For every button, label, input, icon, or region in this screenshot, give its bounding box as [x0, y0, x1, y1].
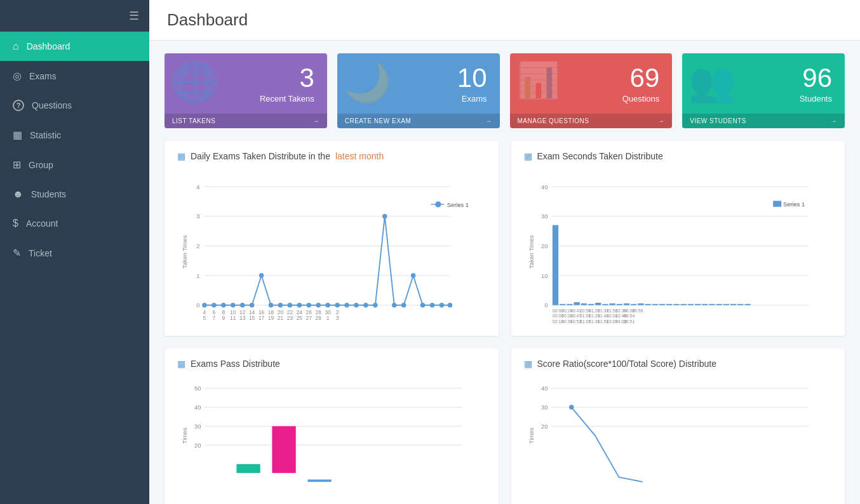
svg-text:30: 30 [194, 423, 201, 430]
svg-text:9: 9 [222, 315, 225, 321]
svg-rect-140 [773, 201, 781, 206]
card-footer-students[interactable]: VIEW STUDENTS → [682, 114, 845, 128]
svg-point-20 [288, 303, 292, 307]
chart-daily-exams: ▦ Daily Exams Taken Distribute in the la… [165, 141, 499, 336]
svg-text:19: 19 [268, 315, 274, 321]
sidebar-header: ☰ [0, 0, 149, 32]
arrow-right-icon: → [658, 117, 665, 124]
svg-text:15: 15 [249, 315, 255, 321]
chart1-container: Taken Times 4 3 2 1 0 [177, 169, 486, 326]
svg-text:7: 7 [213, 315, 216, 321]
ticket-icon: ✎ [13, 247, 21, 259]
card-students[interactable]: 👥 96 Students VIEW STUDENTS → [682, 53, 845, 128]
card-takens[interactable]: 🌐 3 Recent Takens LIST TAKENS → [165, 53, 327, 128]
svg-text:11: 11 [230, 315, 236, 321]
svg-rect-90 [602, 304, 608, 305]
svg-text:1: 1 [326, 315, 330, 321]
svg-point-18 [269, 303, 273, 307]
sidebar: ☰ ⌂ Dashboard ◎ Exams ? Questions ▦ Stat… [0, 0, 149, 504]
svg-text:13: 13 [239, 315, 246, 321]
svg-point-33 [411, 273, 415, 277]
svg-text:5: 5 [203, 315, 206, 321]
svg-point-15 [240, 303, 245, 307]
chart-bar-icon: ▦ [177, 151, 185, 161]
svg-text:08:54: 08:54 [623, 314, 635, 318]
sidebar-item-exams[interactable]: ◎ Exams [0, 61, 149, 91]
statistic-icon: ▦ [13, 129, 22, 141]
arrow-right-icon: → [831, 117, 838, 124]
sidebar-label-account: Account [26, 218, 58, 229]
svg-rect-83 [552, 225, 558, 305]
svg-rect-103 [694, 304, 700, 305]
svg-text:0: 0 [196, 302, 199, 308]
card-questions[interactable]: 📊 69 Questions MANAGE QUESTIONS → [510, 53, 673, 128]
card-exams[interactable]: 🌙 10 Exams CREATE NEW EXAM → [337, 53, 500, 128]
svg-text:Series 1: Series 1 [447, 202, 469, 208]
chart-seconds: ▦ Exam Seconds Taken Distribute Taken Ti… [511, 141, 845, 336]
svg-text:40: 40 [541, 184, 547, 190]
sidebar-label-ticket: Ticket [29, 248, 52, 258]
chart1-title: ▦ Daily Exams Taken Distribute in the la… [177, 151, 486, 161]
sidebar-item-dashboard[interactable]: ⌂ Dashboard [0, 32, 149, 61]
sidebar-item-ticket[interactable]: ✎ Ticket [0, 238, 149, 268]
sidebar-item-students[interactable]: ☻ Students [0, 180, 149, 209]
svg-text:3: 3 [336, 315, 339, 321]
svg-rect-94 [631, 304, 636, 305]
svg-point-26 [344, 303, 349, 307]
svg-text:Taken Times: Taken Times [182, 235, 188, 269]
group-icon: ⊞ [13, 159, 21, 171]
svg-text:30: 30 [541, 404, 547, 411]
svg-text:29:59: 29:59 [631, 308, 643, 313]
svg-point-16 [250, 303, 254, 307]
svg-rect-105 [709, 304, 715, 305]
chart4-container: Times 40 30 20 [524, 376, 833, 498]
chart3-title: ▦ Exams Pass Distribute [177, 359, 486, 369]
svg-point-29 [373, 303, 377, 307]
chart3-container: Times 50 40 30 20 [177, 376, 486, 498]
svg-text:20: 20 [541, 423, 547, 430]
svg-text:1: 1 [196, 273, 199, 279]
svg-text:29: 29 [316, 315, 322, 321]
sidebar-item-questions[interactable]: ? Questions [0, 91, 149, 120]
card-footer-questions[interactable]: MANAGE QUESTIONS → [510, 114, 673, 128]
sidebar-item-account[interactable]: $ Account [0, 209, 149, 238]
chart2-svg: Taken Times 40 30 20 10 0 [524, 169, 833, 323]
chart-bar-icon3: ▦ [177, 359, 185, 369]
svg-rect-91 [609, 303, 615, 305]
svg-rect-96 [645, 304, 650, 305]
svg-rect-88 [588, 304, 593, 305]
svg-rect-84 [560, 304, 565, 305]
svg-rect-102 [687, 304, 693, 305]
sidebar-item-statistic[interactable]: ▦ Statistic [0, 120, 149, 150]
svg-point-19 [278, 303, 283, 307]
svg-text:10: 10 [541, 273, 547, 279]
svg-rect-108 [730, 304, 736, 305]
svg-rect-92 [616, 304, 622, 305]
hamburger-icon[interactable]: ☰ [129, 9, 139, 23]
svg-rect-98 [659, 304, 664, 305]
svg-point-161 [568, 405, 573, 409]
exams-icon: ◎ [13, 70, 22, 82]
svg-point-28 [363, 303, 368, 307]
svg-rect-87 [581, 303, 586, 305]
students-icon: ☻ [13, 189, 24, 200]
svg-text:Times: Times [182, 427, 188, 443]
main-content: Dashboard 🌐 3 Recent Takens LIST TAKENS … [149, 0, 860, 504]
svg-text:21: 21 [278, 315, 284, 321]
svg-rect-109 [737, 304, 743, 305]
svg-rect-99 [666, 304, 672, 305]
arrow-right-icon: → [485, 117, 492, 124]
sidebar-label-students: Students [31, 189, 66, 199]
sidebar-item-group[interactable]: ⊞ Group [0, 150, 149, 180]
svg-text:3: 3 [196, 213, 199, 220]
svg-point-23 [316, 303, 320, 307]
questions-icon: ? [13, 100, 24, 111]
card-footer-takens[interactable]: LIST TAKENS → [165, 114, 327, 128]
sidebar-label-questions: Questions [32, 100, 72, 110]
svg-text:17: 17 [259, 315, 265, 321]
chart-bar-icon4: ▦ [524, 359, 532, 369]
card-footer-exams[interactable]: CREATE NEW EXAM → [337, 114, 500, 128]
svg-rect-151 [236, 464, 260, 473]
svg-text:26:51: 26:51 [623, 319, 635, 323]
sidebar-label-exams: Exams [29, 71, 57, 81]
